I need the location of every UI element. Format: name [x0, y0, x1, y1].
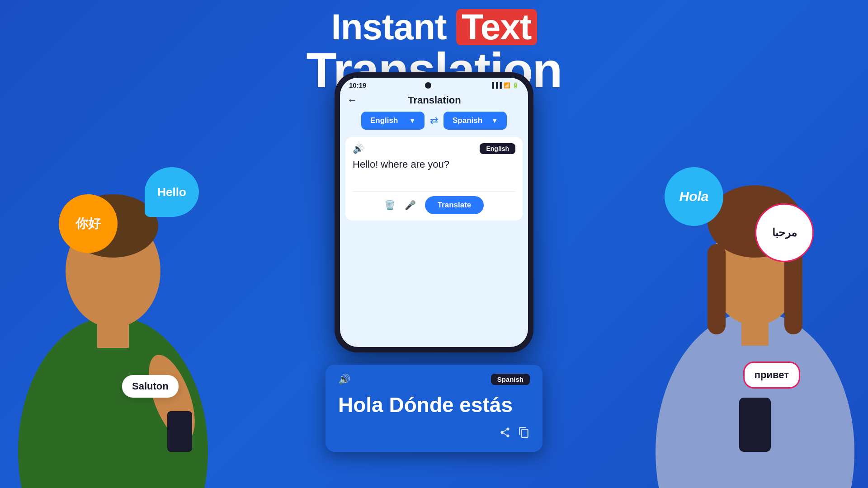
bubble-russian: привет [743, 361, 800, 389]
person-left-svg [0, 81, 226, 488]
output-language-badge: Spanish [491, 374, 530, 385]
svg-rect-9 [708, 244, 726, 334]
bubble-hola: Hola [665, 167, 723, 226]
output-text: Hola Dónde estás [338, 393, 530, 418]
target-language-label: Spanish [453, 116, 482, 125]
phone-frame: 10:19 ▐▐▐ 📶 🔋 ← Translation English ▼ [335, 72, 533, 352]
source-language-label: English [370, 116, 398, 125]
input-area: 🔊 English Hello! where are you? 🗑️ 🎤 Tra… [345, 137, 523, 221]
swap-languages-button[interactable]: ⇄ [430, 115, 438, 127]
app-header: ← Translation [340, 91, 528, 112]
output-panel: 🔊 Spanish Hola Dónde estás [326, 365, 542, 452]
source-language-button[interactable]: English ▼ [361, 112, 425, 130]
copy-icon [518, 427, 530, 438]
target-lang-chevron: ▼ [491, 117, 498, 124]
app-title: Translation [362, 94, 507, 106]
input-speaker-icon[interactable]: 🔊 [353, 143, 364, 154]
svg-rect-14 [739, 398, 771, 452]
input-top-row: 🔊 English [353, 143, 515, 154]
source-lang-chevron: ▼ [409, 117, 415, 124]
copy-button[interactable] [518, 427, 530, 441]
status-bar: 10:19 ▐▐▐ 📶 🔋 [340, 78, 528, 91]
status-icons: ▐▐▐ 📶 🔋 [490, 82, 519, 89]
target-language-button[interactable]: Spanish ▼ [443, 112, 507, 130]
delete-button[interactable]: 🗑️ [384, 200, 396, 211]
title-highlight: Text [456, 9, 537, 45]
input-language-badge: English [480, 143, 515, 154]
svg-rect-11 [741, 321, 769, 346]
bubble-chinese: 你好 [59, 194, 118, 253]
bubble-hello: Hello [145, 167, 199, 217]
status-time: 10:19 [349, 81, 366, 89]
phone-container: 10:19 ▐▐▐ 📶 🔋 ← Translation English ▼ [335, 72, 533, 352]
bubble-arabic: مرحبا [755, 203, 814, 262]
share-button[interactable] [499, 427, 511, 441]
title-prefix: Instant [331, 7, 456, 47]
output-actions [338, 427, 530, 441]
translate-button[interactable]: Translate [425, 196, 484, 214]
bubble-saluton: Saluton [122, 375, 179, 398]
language-row: English ▼ ⇄ Spanish ▼ [340, 112, 528, 137]
output-speaker-icon[interactable]: 🔊 [338, 374, 350, 385]
microphone-button[interactable]: 🎤 [405, 200, 416, 211]
input-text[interactable]: Hello! where are you? [353, 158, 515, 185]
back-button[interactable]: ← [347, 94, 357, 106]
person-right [642, 81, 868, 488]
phone-screen: 10:19 ▐▐▐ 📶 🔋 ← Translation English ▼ [340, 78, 528, 347]
person-left [0, 81, 226, 488]
output-top-row: 🔊 Spanish [338, 374, 530, 385]
input-actions: 🗑️ 🎤 Translate [353, 191, 515, 214]
share-icon [499, 427, 511, 438]
title-line1: Instant Text [0, 9, 868, 45]
person-right-svg [642, 81, 868, 488]
svg-rect-5 [167, 411, 192, 452]
camera-dot [425, 82, 431, 89]
svg-rect-3 [97, 321, 129, 348]
